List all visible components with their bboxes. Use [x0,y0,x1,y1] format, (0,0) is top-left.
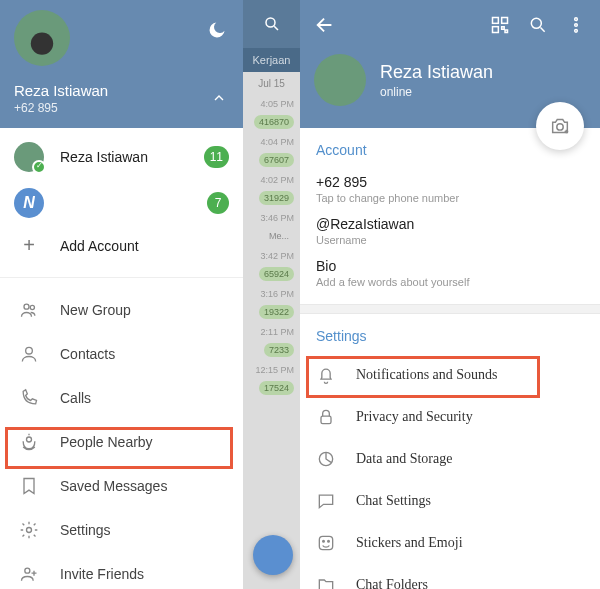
active-check-icon [32,160,46,174]
change-photo-fab[interactable] [536,102,584,150]
settings-label: Stickers and Emoji [356,535,463,551]
chat-icon [316,491,336,511]
night-mode-icon[interactable] [207,20,227,44]
username-sub: Username [316,234,584,246]
menu-label: Invite Friends [60,566,144,582]
phone-row[interactable]: +62 895 Tap to change phone number [316,168,584,210]
person-icon [14,344,44,364]
unread-badge: 7 [207,192,229,214]
avatar[interactable] [314,54,366,106]
gear-icon [14,520,44,540]
chevron-up-icon[interactable] [211,90,227,110]
phone-value: +62 895 [316,174,584,190]
chat-preview[interactable]: 2:11 PM7233 [243,323,300,361]
settings-header: Reza Istiawan online [300,0,600,128]
settings-screen: Reza Istiawan online Account +62 895 Tap… [300,0,600,589]
add-account-label: Add Account [60,238,229,254]
chat-preview[interactable]: 3:42 PM65924 [243,247,300,285]
settings-folders[interactable]: Chat Folders [300,564,600,589]
more-icon[interactable] [566,15,586,39]
menu-saved-messages[interactable]: Saved Messages [0,464,243,508]
menu-label: Calls [60,390,91,406]
avatar[interactable] [14,10,70,66]
menu-new-group[interactable]: New Group [0,288,243,332]
profile-name: Reza Istiawan [14,82,229,99]
svg-point-7 [266,18,275,27]
account-section: Account +62 895 Tap to change phone numb… [300,128,600,304]
bell-icon [316,365,336,385]
unread-badge: 11 [204,146,229,168]
settings-label: Notifications and Sounds [356,367,498,383]
menu-label: Saved Messages [60,478,167,494]
settings-data[interactable]: Data and Storage [300,438,600,480]
svg-rect-16 [321,416,331,424]
svg-point-13 [575,24,578,27]
svg-point-11 [531,18,541,28]
drawer-panel: Reza Istiawan +62 895 Reza Istiawan 11 N… [0,0,243,589]
menu-invite-friends[interactable]: Invite Friends [0,552,243,589]
chat-preview[interactable]: 4:05 PM416870 [243,95,300,133]
chat-preview[interactable]: 3:16 PM19322 [243,285,300,323]
chat-preview[interactable]: 3:46 PMMe... [243,209,300,247]
phone-icon [14,388,44,408]
avatar [14,142,44,172]
svg-point-1 [30,305,34,309]
date-label: Jul 15 [243,72,300,95]
svg-point-20 [328,541,330,543]
profile-phone: +62 895 [14,101,229,115]
pie-icon [316,449,336,469]
group-icon [14,300,44,320]
settings-label: Privacy and Security [356,409,473,425]
folder-tab[interactable]: Kerjaan [243,48,300,72]
compose-fab[interactable] [253,535,293,575]
search-icon[interactable] [528,15,548,39]
menu-contacts[interactable]: Contacts [0,332,243,376]
svg-rect-10 [493,27,499,33]
settings-label: Data and Storage [356,451,452,467]
profile-name: Reza Istiawan [380,62,493,83]
svg-point-12 [575,18,578,21]
menu-settings[interactable]: Settings [0,508,243,552]
menu-calls[interactable]: Calls [0,376,243,420]
divider [0,277,243,278]
drawer-header: Reza Istiawan +62 895 [0,0,243,128]
section-gap [300,304,600,314]
chat-preview[interactable]: 12:15 PM17524 [243,361,300,399]
settings-label: Chat Settings [356,493,431,509]
qr-icon[interactable] [490,15,510,39]
invite-icon [14,564,44,584]
section-title: Settings [300,328,600,344]
bio-row[interactable]: Bio Add a few words about yourself [316,252,584,294]
chat-list-strip: Kerjaan Jul 15 4:05 PM416870 4:04 PM6760… [243,0,300,589]
username-row[interactable]: @RezaIstiawan Username [316,210,584,252]
account-row[interactable]: N 7 [0,180,243,226]
lock-icon [316,407,336,427]
avatar: N [14,188,44,218]
settings-stickers[interactable]: Stickers and Emoji [300,522,600,564]
add-account-row[interactable]: + Add Account [0,226,243,265]
account-name: Reza Istiawan [60,149,188,165]
back-icon[interactable] [314,14,336,40]
folder-icon [316,575,336,589]
svg-point-15 [557,124,563,130]
settings-privacy[interactable]: Privacy and Security [300,396,600,438]
online-status: online [380,85,493,99]
menu-people-nearby[interactable]: People Nearby [0,420,243,464]
search-icon[interactable] [243,0,300,48]
svg-point-14 [575,30,578,33]
svg-rect-9 [502,18,508,24]
chat-preview-list: 4:05 PM416870 4:04 PM67607 4:02 PM31929 … [243,95,300,399]
bio-value: Bio [316,258,584,274]
bookmark-icon [14,476,44,496]
nearby-icon [14,432,44,452]
svg-point-0 [24,304,29,309]
settings-notifications[interactable]: Notifications and Sounds [300,354,600,396]
account-row[interactable]: Reza Istiawan 11 [0,134,243,180]
svg-rect-8 [493,18,499,24]
menu-label: Settings [60,522,111,538]
settings-chat[interactable]: Chat Settings [300,480,600,522]
menu-label: New Group [60,302,131,318]
chat-preview[interactable]: 4:02 PM31929 [243,171,300,209]
chat-preview[interactable]: 4:04 PM67607 [243,133,300,171]
svg-point-19 [323,541,325,543]
